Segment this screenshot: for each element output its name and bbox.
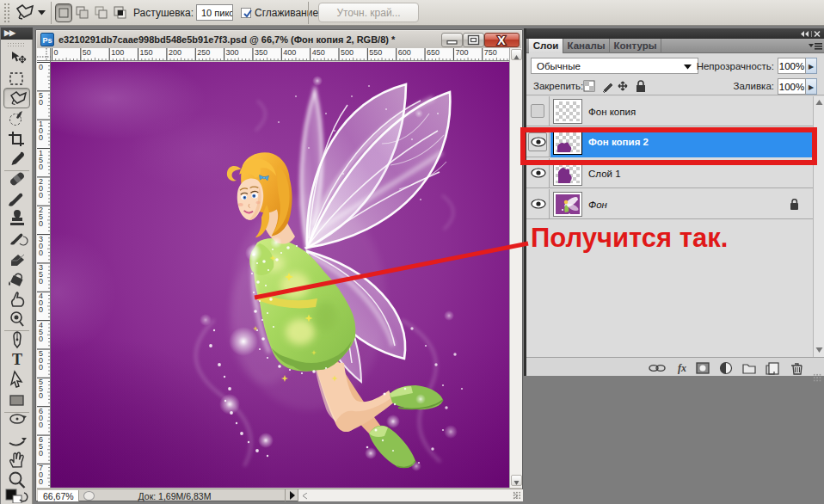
svg-text:50: 50	[83, 48, 91, 57]
svg-text:0: 0	[39, 421, 43, 429]
svg-text:0: 0	[39, 277, 43, 286]
svg-text:500: 500	[341, 48, 354, 57]
svg-text:350: 350	[255, 48, 267, 57]
svg-text:300: 300	[226, 48, 239, 57]
svg-text:0: 0	[39, 163, 43, 171]
svg-text:0: 0	[39, 305, 43, 314]
svg-text:T: T	[11, 351, 22, 368]
svg-text:0: 0	[39, 191, 43, 200]
svg-text:250: 250	[197, 48, 210, 57]
svg-text:fx: fx	[678, 362, 686, 374]
svg-text:X: X	[497, 34, 506, 46]
svg-text:700: 700	[455, 48, 468, 57]
svg-text:150: 150	[140, 48, 153, 57]
svg-text:0: 0	[39, 477, 43, 486]
svg-text:0: 0	[39, 133, 43, 142]
svg-text:0: 0	[39, 391, 43, 400]
svg-text:0: 0	[54, 48, 58, 57]
svg-text:750: 750	[484, 48, 497, 57]
svg-text:0: 0	[39, 363, 43, 372]
svg-text:0: 0	[39, 63, 43, 71]
svg-text:0: 0	[39, 335, 43, 343]
svg-text:0: 0	[39, 219, 43, 228]
svg-text:0: 0	[39, 449, 43, 458]
svg-text:450: 450	[312, 48, 325, 57]
svg-text:400: 400	[283, 48, 296, 57]
svg-text:0: 0	[39, 98, 43, 107]
svg-text:100: 100	[111, 48, 124, 57]
svg-text:550: 550	[369, 48, 382, 57]
svg-text:200: 200	[169, 48, 181, 57]
svg-text:0: 0	[39, 249, 43, 257]
svg-text:600: 600	[398, 48, 411, 57]
svg-text:650: 650	[427, 48, 440, 57]
